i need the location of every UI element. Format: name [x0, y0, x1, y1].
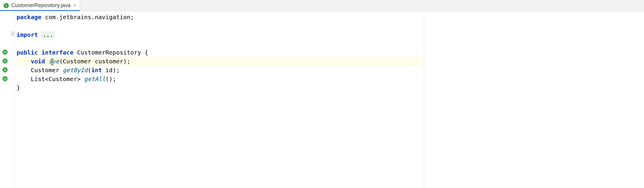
code-line-save: void sve(Customer customer);	[17, 57, 424, 66]
save-params: (Customer customer)	[59, 58, 127, 65]
getbyid-params: id)	[102, 67, 116, 74]
semicolon: ;	[116, 67, 120, 74]
code-editor[interactable]: package com.jetbrains.navigation; import…	[15, 11, 644, 188]
paren-open: (	[88, 67, 91, 74]
interface-name: CustomerRepository	[74, 49, 145, 56]
code-line-brace-close: }	[17, 83, 644, 92]
implemented-icon[interactable]	[2, 76, 8, 81]
tab-close-button[interactable]: ×	[74, 3, 76, 8]
return-type-customer: Customer	[31, 67, 63, 74]
implemented-icon[interactable]	[2, 58, 8, 64]
code-line-getbyid: Customer getById(int id);	[17, 66, 644, 75]
import-folded[interactable]: ...	[41, 31, 54, 38]
keyword-void: void	[31, 58, 45, 65]
brace-close: }	[17, 84, 20, 91]
fold-symbol: +	[12, 32, 14, 35]
implemented-icon[interactable]	[2, 50, 8, 55]
semicolon: ;	[127, 58, 130, 65]
editor-tab[interactable]: I CustomerRepository.java ×	[0, 0, 80, 11]
editor-area: + package com.jetbrains.navigation; impo…	[0, 11, 644, 188]
interface-icon-letter: I	[6, 4, 6, 7]
method-getall: getAll	[84, 75, 105, 83]
keyword-interface: interface	[41, 49, 73, 56]
fold-toggle[interactable]: +	[11, 32, 15, 35]
package-path: com.jetbrains.navigation	[41, 14, 130, 21]
getall-params: ()	[105, 75, 113, 83]
code-line-getall: List<Customer> getAll();	[17, 75, 644, 83]
code-line-interface-decl: public interface CustomerRepository {	[17, 48, 644, 57]
tab-bar: I CustomerRepository.java ×	[0, 0, 644, 11]
return-type-list: List<Customer>	[31, 75, 84, 83]
keyword-int: int	[91, 67, 102, 74]
keyword-public: public	[17, 49, 38, 56]
code-line-import: import ...	[17, 30, 644, 39]
tab-label: CustomerRepository.java	[11, 2, 71, 9]
brace-open: {	[145, 49, 148, 56]
interface-icon: I	[4, 3, 9, 8]
keyword-package: package	[17, 14, 41, 21]
code-line-package: package com.jetbrains.navigation;	[17, 13, 644, 22]
gutter: +	[0, 11, 15, 188]
method-getbyid: getById	[63, 67, 88, 74]
implemented-icon[interactable]	[2, 67, 8, 72]
semicolon: ;	[113, 75, 116, 83]
margin-guide	[424, 11, 424, 188]
semicolon: ;	[130, 14, 134, 21]
keyword-import: import	[17, 31, 38, 38]
